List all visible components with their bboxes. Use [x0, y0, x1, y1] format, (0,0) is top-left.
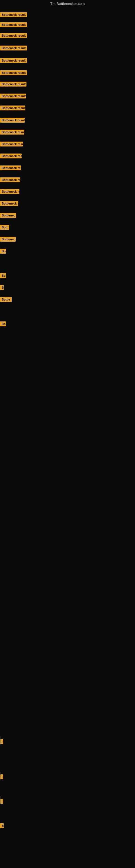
badge-row-10: Bottleneck result	[0, 118, 25, 124]
badge-row-29: B	[0, 823, 4, 829]
badge-row-1: Bottleneck result	[0, 12, 27, 18]
bottleneck-result-badge[interactable]: Bottleneck res	[0, 189, 19, 194]
badge-row-16: Bottleneck res	[0, 189, 19, 195]
badge-row-17: Bottleneck re	[0, 201, 18, 207]
bottleneck-result-badge[interactable]: Bo	[0, 273, 6, 278]
bottleneck-result-badge[interactable]: Bottleneck result	[0, 22, 27, 27]
bottleneck-result-badge[interactable]: Bottleneck res	[0, 165, 21, 170]
badge-row-13: Bottleneck res	[0, 154, 21, 159]
bottleneck-result-badge[interactable]: Bottleneck result	[0, 105, 26, 111]
badge-row-2: Bottleneck result	[0, 22, 27, 28]
bottleneck-result-badge[interactable]: Bottlenec	[0, 237, 16, 242]
bottleneck-result-badge[interactable]: Bott	[0, 225, 9, 230]
badge-row-23: B	[0, 285, 4, 291]
bottleneck-result-badge[interactable]: Bottleneck result	[0, 130, 24, 134]
bottleneck-result-badge[interactable]: Bottleneck result	[0, 12, 27, 17]
vertical-line-1	[1, 772, 1, 780]
badge-row-3: Bottleneck result	[0, 33, 27, 39]
badge-row-7: Bottleneck result	[0, 82, 27, 88]
badge-row-9: Bottleneck result	[0, 105, 26, 112]
bottleneck-result-badge[interactable]: B	[0, 823, 4, 828]
badge-row-11: Bottleneck result	[0, 130, 24, 135]
bottleneck-result-badge[interactable]: Bottleneck result	[0, 94, 26, 98]
badge-row-20: Bottlenec	[0, 237, 16, 243]
badge-row-19: Bott	[0, 225, 9, 231]
badge-row-22: Bo	[0, 273, 6, 279]
bottleneck-result-badge[interactable]: Bottlenec	[0, 213, 16, 218]
badge-row-18: Bottlenec	[0, 213, 16, 219]
vertical-line-0	[1, 737, 1, 745]
badge-row-4: Bottleneck result	[0, 45, 27, 52]
bottleneck-result-badge[interactable]: Bo	[0, 321, 6, 326]
bottleneck-result-badge[interactable]: Bottleneck re	[0, 201, 18, 206]
bottleneck-result-badge[interactable]: Bottleneck res	[0, 154, 21, 158]
badge-row-24: Bottle	[0, 297, 12, 303]
bottleneck-result-badge[interactable]: Bottleneck result	[0, 58, 27, 63]
bottleneck-result-badge[interactable]: Bottleneck resu	[0, 142, 23, 147]
bottleneck-result-badge[interactable]: Bo	[0, 249, 6, 254]
badge-row-6: Bottleneck result	[0, 70, 27, 76]
badge-row-14: Bottleneck res	[0, 165, 21, 172]
bottleneck-result-badge[interactable]: B	[0, 285, 4, 290]
bottleneck-result-badge[interactable]: Bottleneck result	[0, 33, 27, 38]
badge-row-5: Bottleneck result	[0, 58, 27, 64]
bottleneck-result-badge[interactable]: Bottleneck result	[0, 70, 27, 75]
badge-row-12: Bottleneck resu	[0, 142, 23, 148]
badge-row-21: Bo	[0, 249, 6, 255]
bottleneck-result-badge[interactable]: Bottleneck result	[0, 45, 27, 51]
site-title: TheBottlenecker.com	[0, 0, 135, 7]
vertical-line-2	[1, 796, 1, 804]
bottleneck-result-badge[interactable]: Bottleneck result	[0, 82, 27, 87]
bottleneck-result-badge[interactable]: Bottleneck res	[0, 177, 20, 182]
badge-row-15: Bottleneck res	[0, 177, 20, 183]
badge-row-8: Bottleneck result	[0, 94, 26, 99]
badge-row-25: Bo	[0, 321, 6, 328]
bottleneck-result-badge[interactable]: Bottle	[0, 297, 12, 302]
bottleneck-result-badge[interactable]: Bottleneck result	[0, 118, 25, 123]
